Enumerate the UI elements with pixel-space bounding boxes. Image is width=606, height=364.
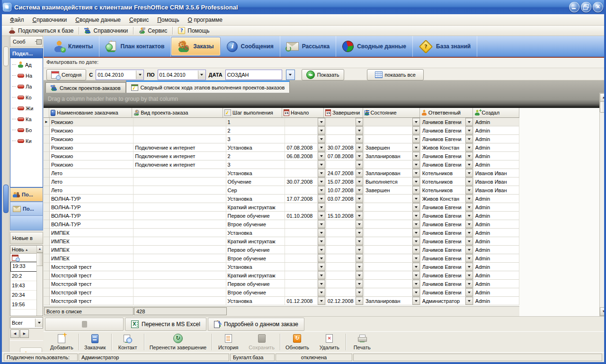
cell[interactable] <box>326 220 364 229</box>
cell[interactable]: Admin <box>474 263 519 271</box>
dropdown-button[interactable] <box>356 246 363 254</box>
cell[interactable]: Втрое обучение <box>226 220 285 229</box>
cell[interactable]: 02.12.2008 <box>326 297 364 305</box>
cell[interactable] <box>364 160 421 169</box>
cell[interactable]: 30.07.2008 <box>326 143 364 152</box>
dropdown-button[interactable] <box>318 297 325 305</box>
cell[interactable]: Лачимов Евгени <box>421 135 474 143</box>
dropdown-button[interactable] <box>356 143 363 151</box>
time-item[interactable]: 19:43 <box>10 281 37 291</box>
cell[interactable]: Иванов Иван <box>474 186 519 195</box>
cell[interactable] <box>134 126 226 135</box>
cell[interactable] <box>326 229 364 237</box>
sidebar-nav-mail[interactable]: По... <box>10 202 43 216</box>
column-header[interactable]: Создал <box>473 108 519 117</box>
cell[interactable] <box>326 246 364 254</box>
time-item[interactable]: 20:2 <box>10 272 37 281</box>
dropdown-button[interactable] <box>356 126 363 134</box>
dropdown-button[interactable] <box>465 160 473 169</box>
cell[interactable] <box>134 271 226 280</box>
toolbar-button-1[interactable]: Подключиться к базе <box>5 26 77 36</box>
cell[interactable]: Admin <box>474 195 519 203</box>
today-button[interactable]: Сегодня <box>46 69 86 80</box>
table-row[interactable]: ВОЛНА-ТУРВтрое обучениеЛачимов ЕвгениAdm… <box>44 220 519 229</box>
main-tab-5[interactable]: Рассылка <box>280 36 336 57</box>
sidebar-user-item[interactable]: Ки <box>10 135 43 146</box>
cell[interactable]: Мостстрой трест <box>50 297 134 305</box>
cell[interactable] <box>364 220 421 229</box>
dropdown-button[interactable] <box>412 126 420 134</box>
table-row[interactable]: РокискиоПодключение к интернет206.08.200… <box>44 152 519 160</box>
cell[interactable]: Установка <box>226 143 285 152</box>
cell[interactable]: 06.08.2008 <box>285 152 326 160</box>
cell[interactable] <box>285 246 326 254</box>
main-tab-7[interactable]: База знаний <box>413 36 477 57</box>
main-tab-3[interactable]: Заказы <box>171 37 220 56</box>
cell[interactable] <box>364 271 421 280</box>
toolbar-button-2[interactable]: Справочники <box>80 26 132 36</box>
menu-item-3[interactable]: Сводные данные <box>71 15 125 25</box>
cell[interactable] <box>326 271 364 280</box>
close-button[interactable] <box>593 2 603 12</box>
dropdown-button[interactable] <box>412 203 420 211</box>
cell[interactable]: Установка <box>226 297 285 305</box>
cell[interactable] <box>326 254 364 263</box>
cell[interactable]: Рокискио <box>50 143 134 152</box>
cell[interactable] <box>134 169 226 178</box>
cell[interactable]: Лачимов Евгени <box>421 280 474 288</box>
dropdown-button[interactable] <box>318 143 325 151</box>
table-row[interactable]: ЛетоОбучение30.07.200815.07.2008Выполняе… <box>44 178 519 186</box>
cell[interactable]: Admin <box>474 280 519 288</box>
cell[interactable]: Иванов Иван <box>474 178 519 186</box>
dropdown-button[interactable] <box>356 135 363 143</box>
cell[interactable]: Живов Констан <box>421 143 474 152</box>
cell[interactable]: 3 <box>226 135 285 143</box>
reschedule-button[interactable]: Перенести завершение <box>145 332 212 352</box>
dropdown-button[interactable] <box>356 178 363 186</box>
cell[interactable] <box>285 254 326 263</box>
cell[interactable]: Подключение к интернет <box>134 152 226 160</box>
table-row[interactable]: Мостстрой трестУстановка01.12.200802.12.… <box>44 297 519 305</box>
dropdown-button[interactable] <box>356 237 363 245</box>
dropdown-button[interactable] <box>356 203 363 211</box>
dropdown-button[interactable] <box>412 297 420 305</box>
cell[interactable]: Лачимов Евгени <box>421 254 474 263</box>
cell[interactable]: ВОЛНА-ТУР <box>50 220 134 229</box>
cell[interactable] <box>364 229 421 237</box>
cell[interactable]: ВОЛНА-ТУР <box>50 195 134 203</box>
dropdown-button[interactable] <box>412 178 420 186</box>
table-row[interactable]: ИМПЕКУстановкаЛачимов ЕвгениAdmin <box>44 229 519 237</box>
cell[interactable]: Сер <box>226 186 285 195</box>
cell[interactable] <box>364 254 421 263</box>
cell[interactable]: Живов Констан <box>421 195 474 203</box>
cell[interactable] <box>326 288 364 297</box>
dropdown-button[interactable] <box>465 254 473 262</box>
cell[interactable]: Рокискио <box>50 118 134 126</box>
cell[interactable]: Лачимов Евгени <box>421 160 474 169</box>
time-item[interactable]: 19:56 <box>10 300 37 310</box>
cell[interactable]: Втрое обучение <box>226 254 285 263</box>
dropdown-button[interactable] <box>465 212 473 220</box>
cell[interactable] <box>134 178 226 186</box>
cell[interactable]: Втрое обучение <box>226 288 285 297</box>
cell[interactable]: Лачимов Евгени <box>421 126 474 135</box>
cell[interactable]: Установка <box>226 229 285 237</box>
prev-page-button[interactable]: ◀ <box>10 329 19 338</box>
sidebar-more-button[interactable]: » ▼ <box>10 216 43 231</box>
cell[interactable]: 03.07.2008 <box>326 195 364 203</box>
dropdown-button[interactable] <box>465 126 473 134</box>
table-row[interactable]: Рокискио3Лачимов ЕвгениAdmin <box>44 135 519 143</box>
column-header[interactable]: Состояние <box>363 108 420 117</box>
cell[interactable] <box>326 126 364 135</box>
cell[interactable] <box>285 263 326 271</box>
column-header[interactable]: Наименование заказчика <box>49 108 132 117</box>
cell[interactable] <box>285 160 326 169</box>
cell[interactable] <box>134 288 226 297</box>
cell[interactable]: Иванов Иван <box>474 169 519 178</box>
menu-item-6[interactable]: О программе <box>184 15 227 25</box>
dropdown-button[interactable] <box>465 288 473 296</box>
dropdown-button[interactable] <box>318 271 325 279</box>
cell[interactable] <box>364 118 421 126</box>
dropdown-button[interactable] <box>356 212 363 220</box>
refresh-button[interactable]: Обновить <box>281 332 314 352</box>
